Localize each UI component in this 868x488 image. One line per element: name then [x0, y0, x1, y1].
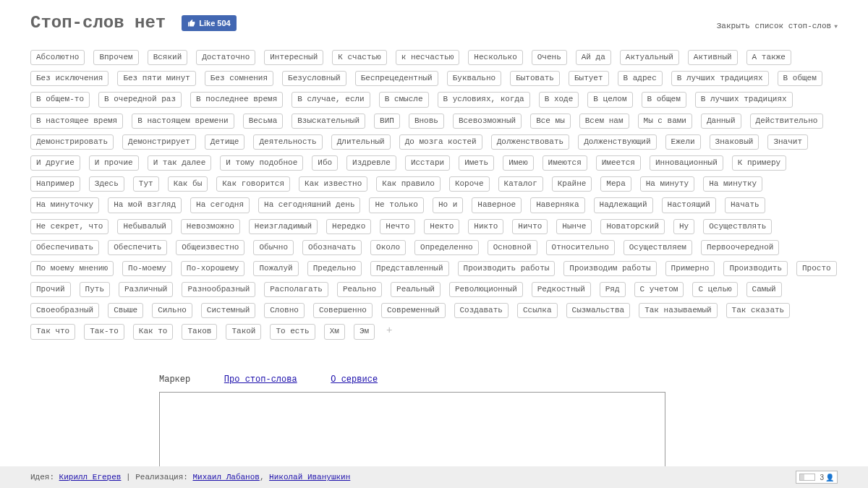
- stopword-tag[interactable]: Все мы: [530, 114, 571, 129]
- stopword-tag[interactable]: В целом: [587, 92, 632, 107]
- stopword-tag[interactable]: Словно: [264, 303, 305, 318]
- stopword-tag[interactable]: В лучших традициях: [695, 92, 793, 107]
- stopword-tag[interactable]: Некто: [424, 219, 459, 234]
- stopword-tag[interactable]: Как бы: [168, 176, 208, 192]
- stopword-tag[interactable]: В общем: [642, 92, 686, 107]
- impl-author-1-link[interactable]: Михаил Лабанов: [192, 473, 259, 481]
- stopword-tag[interactable]: Первоочередной: [701, 240, 779, 255]
- tab-about-service[interactable]: О сервисе: [331, 374, 378, 385]
- stopword-tag[interactable]: На минуту: [640, 176, 694, 192]
- stopword-tag[interactable]: Так-то: [84, 324, 124, 339]
- stopword-tag[interactable]: Создавать: [454, 303, 509, 318]
- stopword-tag[interactable]: В адрес: [618, 71, 663, 86]
- stopword-tag[interactable]: Хм: [324, 324, 345, 339]
- stopword-tag[interactable]: Эм: [354, 324, 375, 339]
- stopword-tag[interactable]: К примеру: [732, 155, 786, 171]
- stopword-tag[interactable]: Например: [30, 176, 80, 192]
- stopword-tag[interactable]: Бытует: [569, 71, 609, 86]
- stopword-tag[interactable]: Осуществляем: [624, 240, 692, 255]
- stopword-tag[interactable]: Обеспечивать: [30, 240, 99, 255]
- tab-about-stopwords[interactable]: Про стоп-слова: [224, 374, 297, 385]
- stopword-tag[interactable]: Так сказать: [726, 303, 791, 318]
- stopword-tag[interactable]: В общем: [778, 71, 822, 86]
- stopword-tag[interactable]: Демонстрировать: [30, 134, 114, 150]
- stopword-tag[interactable]: Достаточно: [196, 50, 255, 65]
- stopword-tag[interactable]: По моему мнению: [30, 261, 114, 276]
- stopword-tag[interactable]: Значит: [767, 134, 808, 150]
- visitor-counter[interactable]: 3 👤: [796, 471, 838, 484]
- stopword-tag[interactable]: На сегодняшний день: [258, 197, 360, 213]
- stopword-tag[interactable]: Прочий: [30, 282, 71, 297]
- stopword-tag[interactable]: Актуальный: [620, 50, 679, 65]
- stopword-tag[interactable]: Просто: [796, 261, 837, 276]
- stopword-tag[interactable]: Каталог: [498, 176, 543, 192]
- stopword-tag[interactable]: Общеизвестно: [176, 240, 244, 255]
- stopword-tag[interactable]: Осуществлять: [703, 219, 772, 234]
- stopword-tag[interactable]: Около: [370, 240, 406, 255]
- add-stopword-button[interactable]: +: [386, 325, 392, 336]
- stopword-tag[interactable]: Короче: [449, 176, 490, 192]
- stopword-tag[interactable]: В случае, если: [292, 92, 370, 107]
- stopword-tag[interactable]: Разнообразный: [182, 282, 255, 297]
- stopword-tag[interactable]: Определенно: [414, 240, 479, 255]
- stopword-tag[interactable]: к несчастью: [396, 50, 460, 65]
- stopword-tag[interactable]: Беспрецедентный: [355, 71, 438, 86]
- stopword-tag[interactable]: Данный: [701, 114, 741, 129]
- stopword-tag[interactable]: Длительный: [331, 134, 391, 150]
- stopword-tag[interactable]: В общем-то: [30, 92, 90, 107]
- stopword-tag[interactable]: Невозможно: [181, 219, 240, 234]
- stopword-tag[interactable]: Ибо: [312, 155, 338, 171]
- impl-author-2-link[interactable]: Николай Иванушкин: [269, 473, 350, 481]
- stopword-tag[interactable]: Весьма: [243, 114, 284, 129]
- stopword-tag[interactable]: Несколько: [468, 50, 522, 65]
- stopword-tag[interactable]: Как известно: [299, 176, 367, 192]
- stopword-tag[interactable]: Настоящий: [662, 197, 716, 213]
- stopword-tag[interactable]: Издревле: [346, 155, 396, 171]
- stopword-tag[interactable]: Безусловный: [282, 71, 346, 86]
- stopword-tag[interactable]: Пожалуй: [253, 261, 298, 276]
- stopword-tag[interactable]: Реально: [337, 282, 382, 297]
- stopword-tag[interactable]: И тому подобное: [220, 155, 303, 171]
- facebook-like-button[interactable]: Like 504: [182, 15, 236, 31]
- stopword-tag[interactable]: Деятельность: [253, 134, 322, 150]
- stopword-tag[interactable]: Здесь: [89, 176, 124, 192]
- stopword-tag[interactable]: Ряд: [600, 282, 626, 297]
- stopword-tag[interactable]: Без пяти минут: [117, 71, 195, 86]
- stopword-tag[interactable]: С целью: [692, 282, 737, 297]
- stopword-tag[interactable]: Представленный: [370, 261, 448, 276]
- stopword-tag[interactable]: Буквально: [447, 71, 501, 86]
- stopword-tag[interactable]: А также: [746, 50, 791, 65]
- stopword-tag[interactable]: По-моему: [122, 261, 172, 276]
- stopword-tag[interactable]: По-хорошему: [181, 261, 245, 276]
- stopword-tag[interactable]: Основной: [488, 240, 537, 255]
- stopword-tag[interactable]: Редкостный: [532, 282, 591, 297]
- stopword-tag[interactable]: То есть: [270, 324, 315, 339]
- stopword-tag[interactable]: Примерно: [665, 261, 715, 276]
- stopword-tag[interactable]: Реальный: [391, 282, 441, 297]
- stopword-tag[interactable]: Ссылка: [517, 303, 558, 318]
- stopword-tag[interactable]: Никто: [468, 219, 503, 234]
- stopword-tag[interactable]: Всевозможный: [453, 114, 522, 129]
- stopword-tag[interactable]: Так что: [30, 324, 75, 339]
- stopword-tag[interactable]: ВИП: [374, 114, 400, 129]
- stopword-tag[interactable]: Надлежащий: [594, 197, 653, 213]
- stopword-tag[interactable]: Очень: [532, 50, 567, 65]
- stopword-tag[interactable]: Свыше: [108, 303, 143, 318]
- stopword-tag[interactable]: Небывалый: [117, 219, 171, 234]
- stopword-tag[interactable]: Мера: [600, 176, 631, 192]
- stopword-tag[interactable]: Путь: [80, 282, 110, 297]
- stopword-tag[interactable]: Без исключения: [30, 71, 109, 86]
- stopword-tag[interactable]: Активный: [688, 50, 738, 65]
- stopword-tag[interactable]: Крайне: [552, 176, 592, 192]
- stopword-tag[interactable]: В смысле: [379, 92, 429, 107]
- stopword-tag[interactable]: Демонстрирует: [122, 134, 196, 150]
- stopword-tag[interactable]: Наверное: [472, 197, 522, 213]
- stopword-tag[interactable]: Начать: [725, 197, 765, 213]
- stopword-tag[interactable]: И другие: [30, 155, 80, 171]
- stopword-tag[interactable]: В последнее время: [190, 92, 283, 107]
- stopword-tag[interactable]: Таков: [182, 324, 217, 339]
- stopword-tag[interactable]: Без сомнения: [205, 71, 273, 86]
- stopword-tag[interactable]: Производить работы: [458, 261, 556, 276]
- stopword-tag[interactable]: Наверняка: [530, 197, 584, 213]
- stopword-tag[interactable]: Имею: [503, 155, 533, 171]
